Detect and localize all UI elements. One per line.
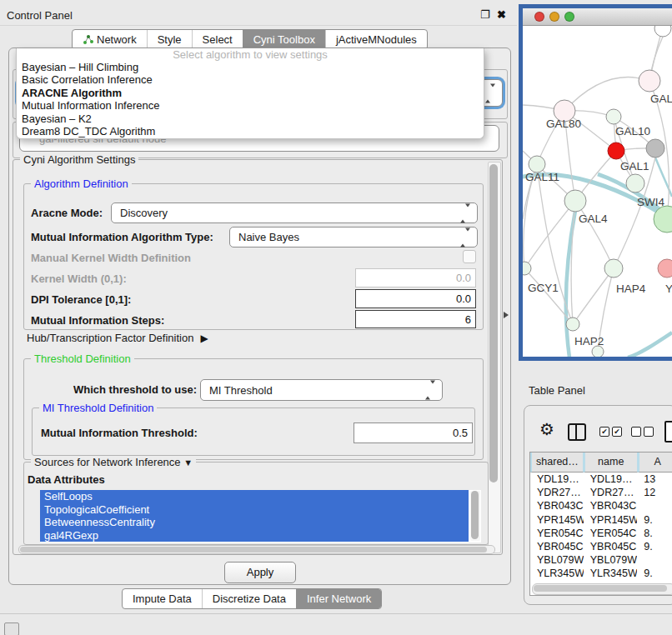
table-row[interactable]: YBR043CYBR043C [530,499,672,512]
mi-type-value: Naive Bayes [238,231,299,243]
cell: YBR045C [530,540,584,553]
sources-group-title[interactable]: Sources for Network Inference ▼ [31,456,196,468]
cell: YBR043C [530,499,584,512]
table-row[interactable]: YBL079WYBL079W [530,553,672,567]
settings-vertical-scrollbar[interactable] [488,162,501,553]
node-gal1[interactable] [608,142,624,159]
unchecked-checkbox-icon [644,427,654,437]
algorithm-definition-group: Algorithm Definition Aracne Mode: Discov… [23,183,484,330]
deselect-all-rows-icon[interactable] [631,427,654,437]
which-threshold-combobox[interactable]: MI Threshold [200,379,443,401]
sources-group: Sources for Network Inference ▼ Data Att… [23,462,489,545]
dpi-tolerance-label: DPI Tolerance [0,1]: [31,293,131,306]
tab-select[interactable]: Select [192,30,243,49]
node-swi4[interactable] [626,174,644,192]
node-salmon[interactable] [658,259,672,278]
table-row[interactable]: YDR27…YDR27…12 [530,486,672,499]
node-gray[interactable] [646,139,664,158]
node-gcy1[interactable] [523,262,531,275]
dpi-tolerance-field[interactable] [355,289,476,308]
column-header-name[interactable]: name [584,452,638,472]
node-gal4[interactable] [564,190,586,212]
attribute-item[interactable]: gal4RGexp [40,529,469,542]
column-visibility-icon[interactable] [568,423,586,441]
mi-steps-field[interactable] [355,310,476,328]
attribute-item[interactable]: TopologicalCoefficient [40,503,469,517]
float-window-icon[interactable]: ❐ [480,8,490,21]
node-hap4[interactable] [604,259,623,278]
algorithm-option-aracne[interactable]: ARACNE Algorithm [17,87,484,99]
attribute-item[interactable]: SelfLoops [40,490,469,503]
settings-horizontal-scrollbar[interactable] [18,545,495,554]
mi-threshold-definition-group: MI Threshold Definition Mutual Informati… [32,408,475,456]
cell: 13 [637,472,672,486]
table-row[interactable]: YDL19…YDL19…13 [530,472,672,486]
column-header-partial[interactable]: A [638,452,672,472]
data-attributes-label: Data Attributes [28,473,105,486]
tab-discretize-data[interactable]: Discretize Data [202,589,296,608]
tab-infer-network[interactable]: Infer Network [296,589,381,608]
cell: YDL19… [530,472,584,486]
scrollbar-thumb[interactable] [489,164,498,482]
node-unlabeled-top[interactable] [654,26,671,37]
mac-minimize-button[interactable] [549,12,559,22]
tab-style[interactable]: Style [147,30,192,49]
network-canvas[interactable]: GAL GAL80 GAL10 GAL1 GAL11 SWI4 GAL4 GCY… [523,26,672,358]
scrollbar-thumb[interactable] [534,585,667,592]
apply-button[interactable]: Apply [224,562,296,583]
table-row[interactable]: YPR145WYPR145W9. [530,513,672,527]
tab-label: Select [203,30,233,49]
algorithm-option[interactable]: Basic Correlation Inference [17,73,484,86]
select-all-rows-icon[interactable]: ✔ ✔ [599,427,622,437]
cell: YBL079W [584,553,638,567]
kernel-width-field[interactable] [355,268,476,288]
cell [637,553,672,567]
node-hap2[interactable] [566,318,579,331]
cell: YDR27… [584,486,638,499]
table-row[interactable]: YLR345WYLR345W9. [530,567,672,580]
aracne-mode-combobox[interactable]: Discovery [111,202,478,223]
node-gal10[interactable] [606,109,621,124]
algorithm-option[interactable]: Bayesian – K2 [17,112,484,125]
node-gal11[interactable] [529,156,545,172]
network-window-titlebar[interactable] [523,8,672,26]
bottom-divider [0,613,672,614]
close-window-icon[interactable]: ✖ [497,8,506,21]
algorithm-option[interactable]: Bayesian – Hill Climbing [17,61,484,73]
table-row[interactable]: YER054CYER054C8. [530,527,672,540]
tab-impute-data[interactable]: Impute Data [123,589,202,608]
tab-network[interactable]: Network [73,30,147,49]
collapse-arrow-icon: ▼ [183,458,193,468]
node-attribute-table: shared… name A YDL19…YDL19…13 YDR27…YDR2… [529,452,672,596]
splitter-collapse-icon[interactable] [504,312,509,318]
table-horizontal-scrollbar[interactable] [532,583,672,595]
group-title: Cyni Algorithm Settings [20,153,138,166]
column-header-shared-name[interactable]: shared… [530,452,584,472]
node-gal-partial[interactable] [639,70,660,92]
attribute-item[interactable]: BetweennessCentrality [40,516,469,529]
tab-cyni-toolbox[interactable]: Cyni Toolbox [243,30,325,49]
control-panel-window: Control Panel ❐ ✖ Network Style Select C… [0,0,517,617]
table-row[interactable]: YBR045CYBR045C9. [530,540,672,553]
mac-zoom-button[interactable] [564,12,574,22]
hub-definition-expander[interactable]: Hub/Transcription Factor Definition▶ [27,332,208,344]
dropdown-placeholder: Select algorithm to view settings [17,48,484,61]
tab-jactivemnodules[interactable]: jActiveMNodules [325,30,427,49]
node-unlabeled-bottom[interactable] [592,346,604,358]
algorithm-option[interactable]: Mutual Information Inference [17,99,484,112]
mac-close-button[interactable] [534,12,544,22]
mi-type-label: Mutual Information Algorithm Type: [31,231,213,243]
tab-label: Style [158,30,182,49]
export-table-icon[interactable] [664,421,672,442]
node-label: GAL11 [525,171,559,183]
list-vertical-scrollbar[interactable] [470,491,480,541]
algorithm-option[interactable]: Dream8 DC_TDC Algorithm [17,125,484,138]
mi-threshold-field[interactable] [354,422,473,443]
manual-kernel-checkbox[interactable] [463,250,476,263]
minimized-window-icon[interactable] [4,622,19,635]
tab-label: Discretize Data [213,589,286,608]
table-settings-gear-icon[interactable]: ⚙ [539,421,554,438]
scrollbar-thumb[interactable] [20,547,487,552]
mi-type-combobox[interactable]: Naive Bayes [229,227,478,248]
scrollbar-thumb[interactable] [471,491,479,539]
